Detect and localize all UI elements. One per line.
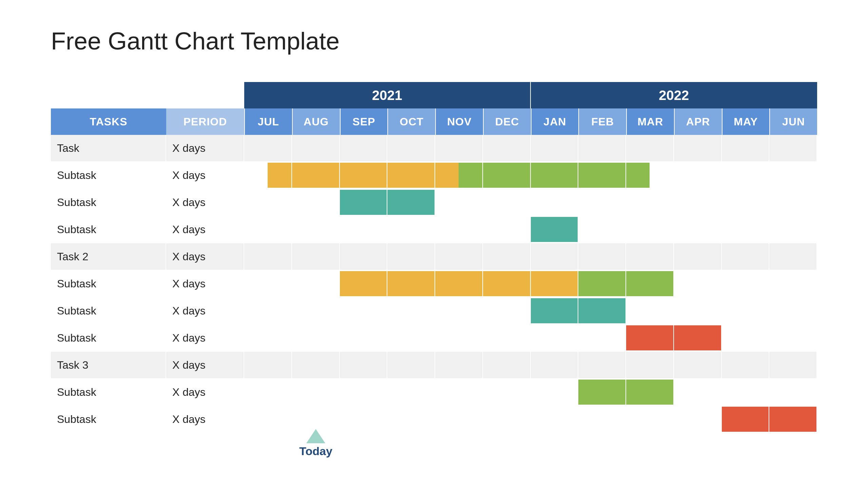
gantt-cell [292,189,340,216]
header-month: OCT [387,108,435,135]
task-period: X days [166,189,244,216]
gantt-cell [435,189,483,216]
gantt-cell [387,325,435,351]
header-month: FEB [578,108,626,135]
gantt-cell [483,216,531,243]
gantt-cell [292,270,340,297]
gantt-cell [769,298,817,324]
gantt-bar [483,271,530,296]
header-month: AUG [292,108,340,135]
task-period: X days [166,270,244,297]
gantt-cell [387,270,435,297]
gantt-subtask-row: SubtaskX days [51,298,817,325]
gantt-bar [578,163,625,188]
header-month: MAY [722,108,770,135]
gantt-bar [292,163,339,188]
gantt-cell [435,379,483,405]
gantt-cell [387,406,435,432]
gantt-cell [722,162,770,188]
gantt-bar [769,407,816,432]
gantt-cell [626,243,674,270]
gantt-cell [674,406,722,432]
gantt-cell [578,406,626,432]
header-month: JAN [531,108,579,135]
gantt-cell [340,216,388,243]
gantt-cell [340,135,388,161]
gantt-cell [722,406,770,432]
gantt-cell [769,189,817,216]
gantt-cell [387,135,435,161]
gantt-cell [674,162,722,188]
gantt-cell [626,135,674,161]
gantt-cell [244,189,292,216]
gantt-cell [483,189,531,216]
gantt-cell [483,162,531,188]
gantt-cell [244,298,292,324]
gantt-cell [292,406,340,432]
header-month: SEP [340,108,388,135]
gantt-cell [626,406,674,432]
gantt-bar [626,380,673,405]
gantt-cell [722,189,770,216]
gantt-cell [244,243,292,270]
gantt-cell [435,406,483,432]
gantt-cell [435,243,483,270]
task-period: X days [166,243,244,270]
gantt-cell [722,379,770,405]
gantt-cell [435,270,483,297]
today-marker-icon [306,429,325,443]
task-period: X days [166,135,244,161]
gantt-cell [531,379,579,405]
year-header-row: 2021 2022 [51,82,817,108]
gantt-cell [531,189,579,216]
gantt-subtask-row: SubtaskX days [51,379,817,406]
gantt-subtask-row: SubtaskX days [51,406,817,433]
header-month: JUL [244,108,292,135]
gantt-bar [483,163,530,188]
gantt-cell [722,243,770,270]
gantt-cell [244,379,292,405]
gantt-cell [769,162,817,188]
gantt-cell [674,270,722,297]
gantt-bar [578,298,625,323]
gantt-cell [340,298,388,324]
gantt-cell [292,135,340,161]
gantt-cell [483,352,531,378]
gantt-bar [578,380,625,405]
gantt-cell [387,243,435,270]
gantt-cell [578,135,626,161]
task-name: Task 3 [51,352,166,378]
gantt-cell [626,216,674,243]
gantt-cell [722,216,770,243]
gantt-bar [387,271,435,296]
gantt-cell [292,298,340,324]
header-tasks: TASKS [51,108,166,135]
gantt-cell [244,352,292,378]
header-period: PERIOD [166,108,244,135]
year-2021: 2021 [244,82,531,108]
gantt-cell [626,379,674,405]
gantt-cell [483,135,531,161]
gantt-bar [578,271,625,296]
gantt-cell [769,406,817,432]
gantt-cell [578,162,626,188]
gantt-bar [722,407,769,432]
gantt-cell [483,298,531,324]
gantt-cell [483,325,531,351]
year-2022: 2022 [531,82,817,108]
gantt-cell [340,379,388,405]
task-period: X days [166,162,244,188]
gantt-cell [674,379,722,405]
gantt-cell [722,135,770,161]
gantt-cell [244,162,292,188]
gantt-cell [722,298,770,324]
gantt-cell [435,352,483,378]
gantt-cell [578,352,626,378]
task-name: Subtask [51,270,166,297]
gantt-cell [244,270,292,297]
task-name: Subtask [51,216,166,243]
header-month: JUN [769,108,817,135]
gantt-bar [340,163,387,188]
gantt-cell [531,216,579,243]
gantt-cell [387,379,435,405]
